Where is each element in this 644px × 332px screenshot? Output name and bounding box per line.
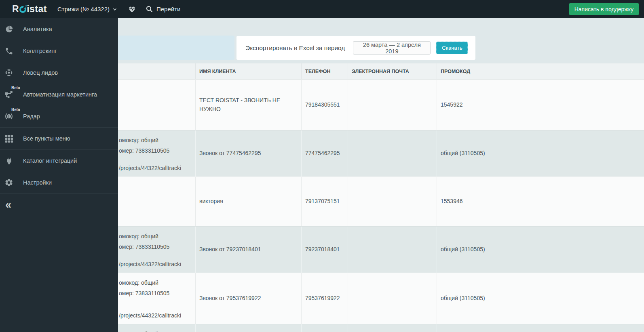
cell-source xyxy=(118,177,195,226)
sidebar-item-analytics[interactable]: Аналитика xyxy=(0,18,118,40)
logo-text-suffix: istat xyxy=(27,4,47,15)
toolbar-area: Экспортировать в Excel за период 26 март… xyxy=(118,18,644,63)
export-panel: Экспортировать в Excel за период 26 март… xyxy=(236,36,475,60)
cell-promocode: общий (3110505) xyxy=(437,227,644,273)
table-row: виктория 79137075151 1553946 xyxy=(118,177,644,226)
cell-promocode: общий (3110505) xyxy=(437,273,644,324)
source-number: омер: 73833110505 xyxy=(119,290,169,297)
table-row: омокод: общий xyxy=(118,324,644,332)
sidebar-item-settings[interactable]: Настройки xyxy=(0,172,118,193)
sidebar-item-radar[interactable]: Beta Радар xyxy=(0,105,118,127)
cell-source: омокод: общий xyxy=(118,324,195,332)
source-promocode: омокод: общий xyxy=(119,137,158,144)
table-row: омокод: общий омер: 73833110505 /project… xyxy=(118,130,644,177)
sidebar-item-label: Каталог интеграций xyxy=(23,158,77,164)
support-button[interactable]: Написать в поддержку xyxy=(569,3,639,15)
cell-phone: 77475462295 xyxy=(301,130,348,177)
cell-phone: 79184305551 xyxy=(301,80,348,130)
cell-phone: 79137075151 xyxy=(301,177,348,226)
download-button[interactable]: Скачать xyxy=(436,42,468,54)
sidebar-item-label: Радар xyxy=(23,113,40,120)
cell-email xyxy=(348,227,437,273)
beta-badge: Beta xyxy=(11,107,20,112)
sitemap-icon xyxy=(4,90,13,99)
table-header-row: ИМЯ КЛИЕНТА ТЕЛЕФОН ЭЛЕКТРОННАЯ ПОЧТА ПР… xyxy=(118,63,644,80)
search-icon xyxy=(146,5,153,13)
highlight-panel xyxy=(118,36,234,60)
source-url: /projects/44322/calltracki xyxy=(119,312,181,319)
header-cell-client-name: ИМЯ КЛИЕНТА xyxy=(195,63,301,79)
table-row: ТЕСТ ROISTAT - ЗВОНИТЬ НЕ НУЖНО 79184305… xyxy=(118,80,644,130)
source-number: омер: 73833110505 xyxy=(119,147,169,154)
sidebar-item-label: Аналитика xyxy=(23,26,52,32)
cell-source xyxy=(118,80,195,130)
project-selector-label: Стрижи (№ 44322) xyxy=(57,6,110,13)
sidebar-item-label: Автоматизация маркетинга xyxy=(23,91,97,98)
cell-client-name: Звонок от 79237018401 xyxy=(195,227,301,273)
sidebar: Аналитика Коллтрекинг Ловец лидов Beta А… xyxy=(0,18,118,332)
date-range-button[interactable]: 26 марта — 2 апреля 2019 xyxy=(353,41,431,55)
export-label: Экспортировать в Excel за период xyxy=(245,44,345,52)
header-cell-email: ЭЛЕКТРОННАЯ ПОЧТА xyxy=(348,63,437,79)
sidebar-item-label: Настройки xyxy=(23,179,52,186)
gear-icon xyxy=(4,178,13,187)
roistat-logo[interactable]: Ristat xyxy=(12,0,47,18)
cell-phone: 79237018401 xyxy=(301,227,348,273)
logo-text-prefix: R xyxy=(12,4,19,15)
sidebar-item-label: Коллтрекинг xyxy=(23,48,57,54)
sidebar-item-label: Ловец лидов xyxy=(23,69,58,76)
cell-phone xyxy=(301,324,348,332)
source-promocode: омокод: общий xyxy=(119,279,158,286)
sidebar-item-leadcatcher[interactable]: Ловец лидов xyxy=(0,62,118,84)
sidebar-item-calltracking[interactable]: Коллтрекинг xyxy=(0,40,118,62)
header-cell-phone: ТЕЛЕФОН xyxy=(301,63,348,79)
cell-phone: 79537619922 xyxy=(301,273,348,324)
cell-email xyxy=(348,80,437,130)
sidebar-item-integrations[interactable]: Каталог интеграций xyxy=(0,150,118,172)
beta-badge: Beta xyxy=(11,86,20,90)
sidebar-item-all-menu[interactable]: Все пункты меню xyxy=(0,128,118,149)
sidebar-collapse-button[interactable]: « xyxy=(0,194,118,216)
main-content: Экспортировать в Excel за период 26 март… xyxy=(118,18,644,332)
cell-client-name: Звонок от 77475462295 xyxy=(195,130,301,177)
table-row: омокод: общий омер: 73833110505 /project… xyxy=(118,226,644,273)
table-row: омокод: общий омер: 73833110505 /project… xyxy=(118,273,644,324)
cell-email xyxy=(348,324,437,332)
top-bar: Ristat Стрижи (№ 44322) Перейти Написать… xyxy=(0,0,644,18)
source-number: омер: 73833110505 xyxy=(119,244,169,250)
target-icon xyxy=(4,68,13,77)
cell-promocode: общий (3110505) xyxy=(437,130,644,177)
radar-alert-icon xyxy=(4,112,13,121)
cell-promocode xyxy=(437,324,644,332)
cell-promocode: 1545922 xyxy=(437,80,644,130)
cell-email xyxy=(348,177,437,226)
table-body: ТЕСТ ROISTAT - ЗВОНИТЬ НЕ НУЖНО 79184305… xyxy=(118,80,644,332)
roistat-logo-o-icon xyxy=(19,6,26,13)
sidebar-item-marketing-automation[interactable]: Beta Автоматизация маркетинга xyxy=(0,84,118,105)
source-url: /projects/44322/calltracki xyxy=(119,261,181,268)
plug-icon xyxy=(4,156,13,165)
go-label: Перейти xyxy=(156,6,180,13)
cell-client-name: ТЕСТ ROISTAT - ЗВОНИТЬ НЕ НУЖНО xyxy=(195,80,301,130)
cell-source: омокод: общий омер: 73833110505 /project… xyxy=(118,227,195,273)
pie-chart-icon xyxy=(4,25,13,34)
phone-icon xyxy=(4,46,13,55)
cell-email xyxy=(348,273,437,324)
collapse-icon: « xyxy=(5,200,11,210)
cell-promocode: 1553946 xyxy=(437,177,644,226)
global-search[interactable]: Перейти xyxy=(146,0,180,18)
cell-client-name xyxy=(195,324,301,332)
health-heart-icon[interactable] xyxy=(128,0,136,18)
header-cell-promocode: ПРОМОКОД xyxy=(437,63,644,79)
chevron-down-icon xyxy=(112,7,117,12)
cell-client-name: виктория xyxy=(195,177,301,226)
source-promocode: омокод: общий xyxy=(119,233,158,240)
source-url: /projects/44322/calltracki xyxy=(119,165,181,172)
header-cell-source xyxy=(118,63,195,79)
grid-icon xyxy=(4,134,13,143)
cell-email xyxy=(348,130,437,177)
cell-source: омокод: общий омер: 73833110505 /project… xyxy=(118,273,195,324)
sidebar-item-label: Все пункты меню xyxy=(23,135,70,142)
cell-source: омокод: общий омер: 73833110505 /project… xyxy=(118,130,195,177)
project-selector[interactable]: Стрижи (№ 44322) xyxy=(57,0,117,18)
